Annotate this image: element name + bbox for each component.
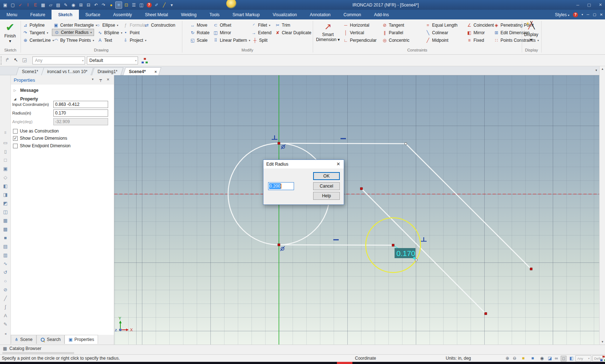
copy-stack-icon[interactable]: ◫ [138,1,145,9]
curve-tool-icon[interactable]: ∫ [0,304,11,310]
cube-view-icon-2[interactable]: ◨ [0,192,11,197]
diagonal-line-2[interactable] [361,189,486,314]
tab-overflow-icon[interactable]: ▾ [595,68,597,72]
render-mode-icon[interactable]: ◧ [569,356,574,361]
tab-properties[interactable]: ▣Properties [64,335,98,344]
scroll-up-icon[interactable]: ▲ [600,67,605,71]
tab-smart-markup[interactable]: Smart Markup [226,10,266,19]
cube-view-icon-3[interactable]: ◩ [0,201,11,206]
tab-common[interactable]: Common [337,10,368,19]
clear-duplicate-button[interactable]: ✘Clear Duplicate [275,29,311,36]
print-icon[interactable]: ⊟ [85,1,92,9]
show-endpoint-dimension-row[interactable]: Show Endpoint Dimension [13,143,71,148]
strip-grip-icon[interactable]: ⠿ [0,131,11,135]
zoom-in-icon[interactable]: ⊕ [504,356,510,361]
edit-icon[interactable]: ✎ [62,1,69,9]
tab-sketch[interactable]: Sketch [52,10,79,19]
diagonal-line-1[interactable] [406,144,531,269]
chevron-down-icon[interactable]: ▾ [582,13,583,16]
offset-button[interactable]: ⊂Offset [213,22,231,29]
tab-tools[interactable]: Tools [203,10,226,19]
maximize-button[interactable]: ▢ [587,3,591,7]
view-cube-icon[interactable]: ■ [530,356,535,361]
display-button[interactable]: ☀ ╱ ╲ Display ▾ [522,21,540,42]
undo-icon[interactable]: ↶ [93,1,99,9]
save-icon[interactable]: ▤ [55,1,62,9]
camera-preset-icon[interactable]: ■ [520,356,526,361]
redo-icon[interactable]: ↷ [100,1,107,9]
coincident-constraint-button[interactable]: ∠Coincident [467,22,494,29]
show-curve-dimensions-row[interactable]: ✓ Show Curve Dimensions [13,136,67,141]
canvas-vertical-scrollbar[interactable]: ▲ ▼ [599,66,605,345]
scale-button[interactable]: ◱Scale [190,37,208,44]
cancel-button[interactable]: Cancel [313,182,340,190]
selection-filter-dropdown[interactable]: Any▾ [32,57,85,64]
tab-search[interactable]: Search [36,335,64,344]
mirror-constraint-button[interactable]: ◧Mirror [467,29,485,36]
move-button[interactable]: ↔Move [190,22,207,29]
toolbar-grip[interactable] [1,56,2,65]
draw-slash-icon[interactable]: ╱ [161,1,168,9]
ironcad-doc-icon[interactable]: I [25,1,31,9]
tab-menu[interactable]: Menu [0,10,24,19]
radius-input[interactable]: 0.200 [268,182,294,190]
collapse-arrow-icon[interactable]: ▷ [14,89,16,92]
pan-icon[interactable]: ◉ [70,1,77,9]
display-mode-icon[interactable]: □ [561,356,566,361]
no-draw-icon[interactable]: ⊘ [0,287,11,292]
doc-tab-drawing1[interactable]: Drawing1* [92,67,124,75]
toolbar-options-icon[interactable]: ▾ [168,1,175,9]
input-coordinate-field[interactable]: 0.863 -0.412 [53,101,108,108]
mirror-button[interactable]: ◫Mirror [213,29,231,36]
dialog-title-bar[interactable]: Edit Radius [263,160,344,168]
by-three-points-button[interactable]: ◠By Three Points▾ [53,37,94,44]
style-dropdown[interactable]: Default▾ [87,57,138,64]
image-doc-icon[interactable]: ▦ [40,1,46,9]
shaded-mode-icon[interactable]: ◪ [547,356,553,361]
tab-sheet-metal[interactable]: Sheet Metal [138,10,174,19]
panel-icon-2[interactable]: ▥ [0,252,11,258]
cursor-icon[interactable]: ↖ [12,57,19,64]
scroll-down-icon[interactable]: ▼ [600,340,605,343]
circle-tool-icon[interactable]: ○ [0,278,11,284]
doc-tab-scene4[interactable]: Scene4*× [123,67,161,75]
help-icon[interactable]: ? [146,1,152,9]
shaded-view-icon[interactable]: ▩ [0,226,11,232]
horizontal-constraint-button[interactable]: ─Horizontal [343,22,369,29]
solid-cube-icon[interactable]: ■ [0,235,11,241]
orbit-icon[interactable]: ◉ [539,356,545,361]
fixed-constraint-button[interactable]: ≡Fixed [467,37,484,44]
dialog-close-icon[interactable]: ✕ [335,161,342,167]
close-panel-icon[interactable]: × [107,77,110,82]
plane-vertical-icon[interactable]: ▯ [0,149,11,154]
extend-button[interactable]: →Extend [251,29,271,36]
tab-feature[interactable]: Feature [24,10,52,19]
split-button[interactable]: ┼Split [252,37,267,44]
ellipse-button[interactable]: ○Ellipse▾ [95,22,118,29]
point-button[interactable]: •Point [123,29,139,36]
nav-pan-icon[interactable]: ↱ [4,57,11,64]
expand-arrow-icon[interactable]: ◢ [14,97,16,101]
tab-welding[interactable]: Welding [174,10,203,19]
text-button[interactable]: AText [97,37,112,44]
list-icon[interactable]: ☰ [130,1,137,9]
parallel-constraint-button[interactable]: ∥Parallel [382,29,403,36]
trim-button[interactable]: ✂Trim [275,22,290,29]
doc-tab-ironcad-vs[interactable]: ironcad vs f...son 10* [41,67,93,75]
new-scene-icon[interactable]: ⊡ [123,1,130,9]
cube-view-icon-4[interactable]: ◫ [0,209,11,215]
doc-restore-button[interactable]: ▢ [593,13,596,17]
panel-menu-icon[interactable]: ▾ [92,77,94,81]
grid-view-icon[interactable]: ▦ [0,218,11,223]
help-icon[interactable]: ? [573,12,578,17]
coordinate-label[interactable]: Coordinate [355,356,376,361]
collapse-strip-icon[interactable]: ◂ [0,332,11,336]
select-box-icon[interactable]: ◲ [21,57,28,64]
linear-pattern-button[interactable]: ⠿Linear Pattern▾ [213,37,250,44]
smart-dimension-quick-icon[interactable]: ✳ [115,1,122,9]
top-horizontal-line[interactable] [279,143,406,144]
doc-tab-scene1[interactable]: Scene1* [16,67,44,75]
rotate-button[interactable]: ↻Rotate [190,29,209,36]
plane-icon[interactable]: ▭ [0,140,11,145]
catalog-browser-bar[interactable]: ▦ Catalog Browser [0,345,605,354]
